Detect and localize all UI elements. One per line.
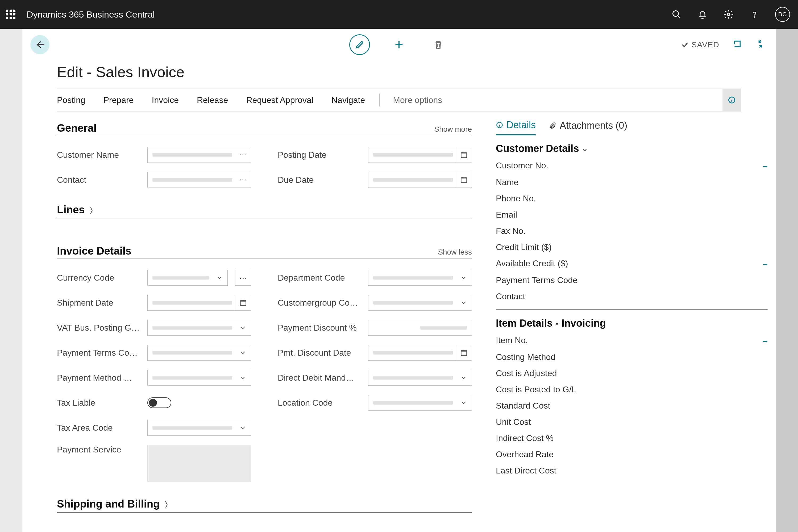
svg-rect-17 — [240, 301, 246, 306]
fact-label: Item No. — [496, 336, 528, 346]
field-posting-date: Posting Date — [278, 147, 472, 163]
chevron-down-icon[interactable] — [235, 370, 251, 385]
calendar-icon[interactable] — [456, 172, 472, 188]
tab-release[interactable]: Release — [188, 89, 237, 111]
due-date-input[interactable] — [368, 172, 472, 188]
factbox-tab-attachments[interactable]: Attachments (0) — [549, 120, 627, 135]
collapse-icon[interactable] — [756, 39, 765, 51]
fact-row: Cost is Posted to G/L — [496, 385, 768, 395]
fact-value[interactable]: – — [763, 336, 768, 346]
section-lines-title: Lines — [57, 204, 84, 215]
section-shipping-billing-header[interactable]: Shipping and Billing 〉 — [57, 498, 472, 513]
page-title: Edit - Sales Invoice — [22, 61, 776, 89]
app-bar: Dynamics 365 Business Central BC — [0, 0, 798, 29]
fact-row: Overhead Rate — [496, 450, 768, 459]
fact-row: Contact — [496, 291, 768, 301]
fact-label: Cost is Posted to G/L — [496, 385, 576, 395]
more-options[interactable]: More options — [385, 95, 450, 105]
factbox-toggle-icon[interactable] — [722, 89, 741, 111]
dots-icon[interactable]: ⋯ — [235, 172, 251, 188]
customer-details-header[interactable]: Customer Details ⌄ — [496, 143, 768, 154]
tax-liable-toggle[interactable] — [147, 397, 171, 408]
tab-posting[interactable]: Posting — [57, 89, 94, 111]
customergroup-co-input[interactable] — [368, 295, 472, 311]
help-icon[interactable] — [749, 9, 760, 20]
customer-name-input[interactable]: ⋯ — [147, 147, 251, 163]
fact-value[interactable]: – — [763, 259, 768, 269]
delete-button[interactable] — [428, 34, 449, 55]
currency-code-input[interactable] — [147, 270, 228, 286]
vat-bus-posting-g-input[interactable] — [147, 320, 251, 336]
posting-date-input[interactable] — [368, 147, 472, 163]
back-button[interactable] — [30, 35, 50, 54]
department-code-input[interactable] — [368, 270, 472, 286]
pmt-discount-date-input[interactable] — [368, 345, 472, 361]
field-payment-method: Payment Method … — [57, 370, 251, 386]
invoice-details-show-less[interactable]: Show less — [438, 248, 472, 256]
field-pmt-discount-date: Pmt. Discount Date — [278, 345, 472, 361]
shipment-date-input[interactable] — [147, 295, 251, 311]
general-show-more[interactable]: Show more — [434, 125, 472, 134]
fact-label: Available Credit ($) — [496, 259, 568, 269]
direct-debit-mand-input[interactable] — [368, 370, 472, 386]
gear-icon[interactable] — [723, 9, 734, 20]
field-tax-area-code: Tax Area Code — [57, 420, 251, 436]
tab-prepare[interactable]: Prepare — [94, 89, 143, 111]
calendar-icon[interactable] — [456, 345, 472, 360]
fact-row: Costing Method — [496, 352, 768, 362]
svg-point-3 — [754, 17, 755, 17]
chevron-down-icon[interactable] — [235, 320, 251, 336]
contact-input[interactable]: ⋯ — [147, 172, 251, 188]
fact-row: Cost is Adjusted — [496, 368, 768, 378]
factbox-pane: Details Attachments (0) Customer Details… — [480, 114, 776, 532]
chevron-down-icon[interactable] — [235, 345, 251, 360]
fact-label: Customer No. — [496, 161, 548, 171]
chevron-down-icon[interactable] — [456, 370, 472, 385]
chevron-down-icon[interactable] — [456, 395, 472, 411]
tab-request-approval[interactable]: Request Approval — [237, 89, 322, 111]
section-general-header[interactable]: General Show more — [57, 122, 472, 136]
app-launcher-icon[interactable] — [3, 6, 19, 22]
calendar-icon[interactable] — [235, 295, 251, 310]
field-payment-terms-co: Payment Terms Co… — [57, 345, 251, 361]
chevron-down-icon[interactable] — [456, 295, 472, 310]
section-invoice-details-header[interactable]: Invoice Details Show less — [57, 245, 472, 259]
tax-area-code-input[interactable] — [147, 420, 251, 436]
item-details-header[interactable]: Item Details - Invoicing — [496, 318, 768, 329]
edit-button[interactable] — [349, 34, 370, 55]
fact-row: Credit Limit ($) — [496, 242, 768, 252]
payment-method-input[interactable] — [147, 370, 251, 386]
field-department-code: Department Code — [278, 270, 472, 286]
tab-invoice[interactable]: Invoice — [143, 89, 188, 111]
left-gutter — [0, 29, 22, 532]
calendar-icon[interactable] — [456, 147, 472, 163]
payment-service-box[interactable] — [147, 445, 251, 482]
chevron-down-icon[interactable] — [211, 270, 227, 285]
search-icon[interactable] — [671, 9, 682, 20]
brand-title: Dynamics 365 Business Central — [26, 9, 155, 20]
location-code-input[interactable] — [368, 395, 472, 411]
avatar[interactable]: BC — [775, 7, 790, 22]
currency-code-assist-button[interactable]: ⋯ — [235, 270, 251, 286]
fact-label: Contact — [496, 291, 525, 301]
section-invoice-details-title: Invoice Details — [57, 245, 131, 257]
fact-label: Standard Cost — [496, 401, 550, 411]
popout-icon[interactable] — [733, 39, 742, 51]
section-lines-header[interactable]: Lines 〉 — [57, 204, 472, 218]
factbox-tab-details[interactable]: Details — [496, 119, 536, 135]
chevron-right-icon: 〉 — [165, 500, 172, 509]
tab-navigate[interactable]: Navigate — [322, 89, 374, 111]
chevron-down-icon[interactable] — [456, 270, 472, 285]
field-contact: Contact ⋯ — [57, 172, 251, 188]
chevron-down-icon[interactable] — [235, 420, 251, 435]
svg-line-1 — [678, 16, 680, 18]
bell-icon[interactable] — [697, 9, 708, 20]
new-button[interactable] — [388, 34, 410, 55]
fact-label: Last Direct Cost — [496, 466, 556, 476]
fact-value[interactable]: – — [763, 161, 768, 171]
page-card: SAVED Edit - Sales Invoice Posting Prepa… — [22, 29, 776, 532]
payment-terms-co-input[interactable] — [147, 345, 251, 361]
field-payment-service: Payment Service — [57, 445, 251, 482]
dots-icon[interactable]: ⋯ — [235, 147, 251, 163]
payment-discount-input[interactable] — [368, 320, 472, 336]
